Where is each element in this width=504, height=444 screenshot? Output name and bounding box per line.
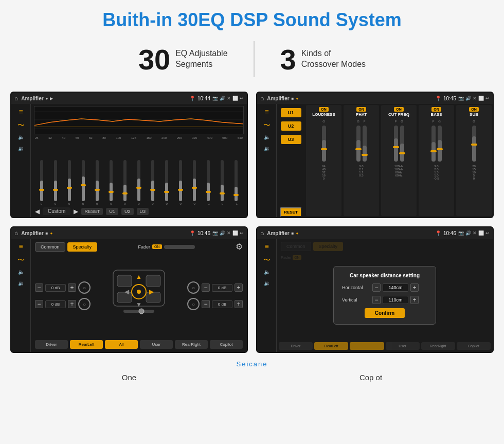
eq-slider-1[interactable]: 0 (35, 160, 48, 205)
dialog-time: 10:46 (443, 230, 456, 236)
db3-plus[interactable]: + (235, 283, 243, 292)
dialog-menu-icon[interactable]: ≡ (264, 243, 268, 250)
driver-button[interactable]: Driver (35, 340, 68, 349)
close-icon[interactable]: ✕ (227, 96, 231, 101)
copilot-button[interactable]: Copilot (210, 340, 243, 349)
speaker-menu-icon[interactable]: ≡ (19, 243, 23, 250)
eq-slider-5[interactable]: 0 (91, 160, 103, 205)
dialog-vol-icon[interactable]: 🔉 (264, 281, 270, 286)
bass-title: BASS (430, 112, 442, 117)
volume-down-icon[interactable]: 🔉 (18, 146, 24, 151)
back-icon[interactable]: ↩ (240, 96, 244, 101)
crossover-u2-button[interactable]: U2 (281, 121, 301, 131)
speaker-vol-icon[interactable]: 🔉 (18, 281, 24, 286)
eq-slider-14[interactable]: 0 (216, 160, 229, 205)
loudness-on[interactable]: ON (319, 107, 329, 112)
dialog-wave-icon[interactable]: 〜 (263, 256, 271, 263)
crossover-u3-button[interactable]: U3 (281, 135, 301, 144)
specialty-tab[interactable]: Specialty (67, 242, 98, 252)
db1-minus[interactable]: − (35, 283, 43, 292)
crossover-home-icon[interactable]: ⌂ (260, 95, 264, 102)
dialog-home-icon[interactable]: ⌂ (260, 229, 264, 237)
bottom-label-copot: Cop ot (359, 373, 382, 382)
dialog-close-icon[interactable]: ✕ (473, 230, 477, 236)
vertical-label: Vertical (342, 297, 370, 303)
cutfreq-on[interactable]: ON (394, 107, 404, 112)
horizontal-minus[interactable]: − (372, 283, 381, 292)
speaker-distance-dialog: Car speaker distance setting Horizontal … (333, 266, 436, 325)
crossover-speaker-icon[interactable]: 🔈 (264, 135, 270, 140)
bass-on[interactable]: ON (431, 107, 441, 112)
all-button[interactable]: All (105, 340, 138, 349)
speaker-br-icon: ○ (187, 298, 200, 310)
eq-slider-10[interactable]: 0 (160, 160, 173, 205)
eq-slider-2[interactable]: 0 (49, 160, 62, 205)
rearright-button[interactable]: RearRight (175, 340, 208, 349)
db2-plus[interactable]: + (68, 300, 76, 308)
dialog-spk-icon[interactable]: 🔈 (264, 270, 270, 275)
speaker-sidebar: ≡ 〜 🔈 🔉 (11, 239, 31, 352)
crossover-volume-icon: 🔊 (465, 96, 471, 101)
vertical-minus[interactable]: − (372, 296, 381, 304)
vertical-plus[interactable]: + (410, 296, 419, 304)
eq-u2-button[interactable]: U2 (121, 208, 134, 215)
crossover-window-icon[interactable]: ⬜ (478, 96, 484, 101)
crossover-menu-icon[interactable]: ≡ (264, 108, 268, 115)
speaker-home-icon[interactable]: ⌂ (14, 229, 18, 237)
crossover-wave-icon[interactable]: 〜 (263, 121, 271, 129)
eq-reset-button[interactable]: RESET (81, 208, 103, 215)
eq-slider-15[interactable]: -1 (230, 160, 243, 205)
eq-slider-13[interactable]: -1 (202, 160, 215, 205)
window-icon[interactable]: ⬜ (232, 96, 238, 101)
crossover-topbar-icons: 📷 🔊 ✕ ⬜ ↩ (458, 96, 490, 101)
fader-on-badge[interactable]: ON (152, 244, 162, 249)
speaker-spk-icon[interactable]: 🔈 (18, 270, 24, 275)
confirm-button[interactable]: Confirm (365, 308, 405, 318)
crossover-back-icon[interactable]: ↩ (485, 96, 490, 101)
settings-icon[interactable]: ⚙ (236, 242, 243, 252)
eq-slider-3[interactable]: 0 (63, 160, 76, 205)
speaker-window-icon[interactable]: ⬜ (232, 230, 238, 236)
db3-minus[interactable]: − (202, 283, 210, 292)
speaker-wave-icon[interactable]: 〜 (17, 256, 25, 263)
eq-slider-11[interactable]: 0 (174, 160, 187, 205)
eq-slider-6[interactable]: 0 (104, 160, 117, 205)
eq-u1-button[interactable]: U1 (106, 208, 118, 215)
wave-icon[interactable]: 〜 (17, 121, 25, 129)
user-button[interactable]: User (140, 340, 173, 349)
eq-u3-button[interactable]: U3 (137, 208, 149, 215)
eq-slider-9[interactable]: 0 (147, 160, 159, 205)
db2-minus[interactable]: − (35, 300, 43, 308)
eq-menu-icon[interactable]: ≡ (19, 108, 23, 115)
rearleft-button[interactable]: RearLeft (70, 340, 103, 349)
home-icon[interactable]: ⌂ (14, 95, 18, 102)
crossover-vol-icon[interactable]: 🔉 (264, 146, 270, 151)
db-control-1: − 0 dB + ○ (35, 281, 91, 294)
eq-next-arrow[interactable]: ▶ (74, 208, 78, 215)
fader-row: Fader ON (138, 244, 195, 250)
dialog-back-icon[interactable]: ↩ (485, 230, 490, 236)
crossover-u1-button[interactable]: U1 (281, 108, 301, 117)
eq-slider-12[interactable]: 0 (188, 160, 201, 205)
speaker-icon[interactable]: 🔈 (18, 135, 24, 140)
common-tab[interactable]: Common (35, 242, 65, 252)
speaker-back-icon[interactable]: ↩ (240, 230, 244, 236)
sub-on[interactable]: ON (469, 107, 479, 112)
dialog-window-icon[interactable]: ⬜ (478, 230, 484, 236)
bottom-label-one: One (122, 373, 136, 382)
play-icon: ▶ (50, 96, 53, 101)
speaker-close-icon[interactable]: ✕ (227, 230, 231, 236)
eq-slider-7[interactable]: 0 (118, 160, 131, 205)
db4-plus[interactable]: + (235, 300, 243, 308)
db4-minus[interactable]: − (202, 300, 210, 308)
horizontal-plus[interactable]: + (410, 283, 419, 292)
eq-slider-8[interactable]: 0 (132, 160, 145, 205)
db1-plus[interactable]: + (68, 283, 76, 292)
speaker-record-icon: ■ (46, 231, 48, 236)
eq-prev-arrow[interactable]: ◀ (35, 208, 40, 215)
eq-slider-4[interactable]: 5 (77, 160, 89, 205)
crossover-reset-button[interactable]: RESET (280, 207, 302, 217)
phat-on[interactable]: ON (356, 107, 366, 112)
fader-track[interactable] (164, 245, 195, 249)
crossover-close-icon[interactable]: ✕ (473, 96, 477, 101)
